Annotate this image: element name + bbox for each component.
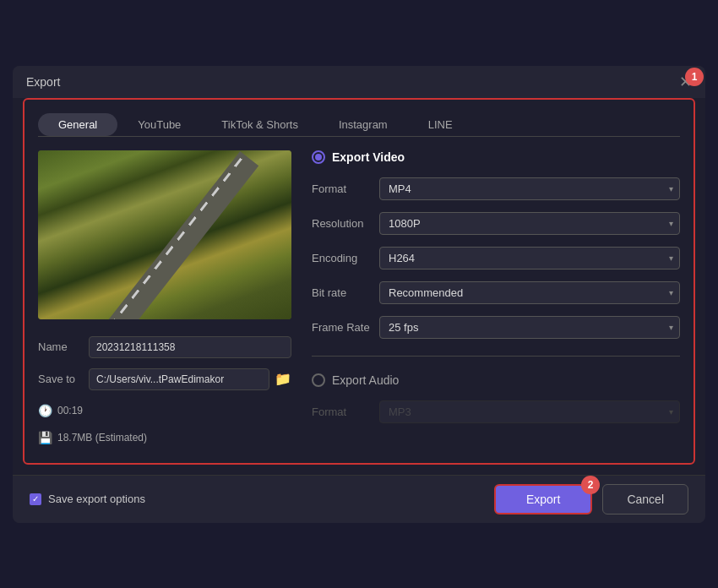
section-divider — [312, 356, 680, 357]
export-audio-title: Export Audio — [312, 373, 680, 387]
bottom-bar: Save export options Export Cancel 2 — [13, 475, 705, 523]
name-row: Name — [38, 336, 291, 358]
resolution-row: Resolution 1080P 720P 480P 360P 4K ▾ — [312, 212, 680, 235]
format-select-wrapper: MP4 MOV AVI MKV GIF ▾ — [379, 177, 680, 200]
export-button[interactable]: Export — [494, 484, 592, 514]
bitrate-select[interactable]: Recommended High Medium Low — [379, 281, 680, 304]
framerate-row: Frame Rate 25 fps 30 fps 60 fps 24 fps ▾ — [312, 316, 680, 339]
save-options-row: Save export options — [30, 493, 145, 505]
export-audio-label: Export Audio — [332, 373, 399, 387]
format-label: Format — [312, 182, 379, 195]
tab-youtube[interactable]: YouTube — [117, 113, 201, 136]
name-label: Name — [38, 340, 89, 353]
tab-general[interactable]: General — [38, 113, 117, 136]
encoding-row: Encoding H264 H265 VP9 ▾ — [312, 247, 680, 270]
video-preview — [38, 150, 291, 319]
bitrate-row: Bit rate Recommended High Medium Low ▾ — [312, 281, 680, 304]
resolution-label: Resolution — [312, 217, 379, 230]
main-body: Name Save to 📁 🕐 00:19 — [38, 150, 680, 449]
audio-format-select-wrapper: MP3 AAC WAV ▾ — [379, 400, 680, 423]
tabs-bar: General YouTube TikTok & Shorts Instagra… — [38, 113, 680, 137]
export-video-title: Export Video — [312, 150, 680, 164]
framerate-select[interactable]: 25 fps 30 fps 60 fps 24 fps — [379, 316, 680, 339]
resolution-select-wrapper: 1080P 720P 480P 360P 4K ▾ — [379, 212, 680, 235]
encoding-select-wrapper: H264 H265 VP9 ▾ — [379, 247, 680, 270]
right-panel: Export Video Format MP4 MOV AVI MKV GIF … — [312, 150, 680, 449]
cancel-button[interactable]: Cancel — [602, 484, 688, 514]
audio-format-row: Format MP3 AAC WAV ▾ — [312, 400, 680, 423]
export-video-radio[interactable] — [312, 150, 325, 164]
framerate-label: Frame Rate — [312, 321, 379, 334]
clock-icon: 🕐 — [38, 404, 52, 417]
save-options-checkbox[interactable] — [30, 493, 41, 505]
resolution-select[interactable]: 1080P 720P 480P 360P 4K — [379, 212, 680, 235]
action-buttons: Export Cancel 2 — [494, 484, 688, 514]
filesize-row: 💾 18.7MB (Estimated) — [38, 431, 291, 444]
save-to-input[interactable] — [89, 368, 269, 390]
tab-instagram[interactable]: Instagram — [318, 113, 408, 136]
dialog-title: Export — [26, 75, 60, 89]
encoding-label: Encoding — [312, 252, 379, 264]
content-area: General YouTube TikTok & Shorts Instagra… — [23, 98, 695, 465]
file-icon: 💾 — [38, 431, 52, 444]
framerate-select-wrapper: 25 fps 30 fps 60 fps 24 fps ▾ — [379, 316, 680, 339]
duration-row: 🕐 00:19 — [38, 404, 291, 417]
audio-format-label: Format — [312, 406, 379, 418]
filesize-value: 18.7MB (Estimated) — [57, 432, 147, 444]
save-to-row: Save to 📁 — [38, 368, 291, 390]
format-select[interactable]: MP4 MOV AVI MKV GIF — [379, 177, 680, 200]
name-input[interactable] — [89, 336, 291, 358]
thumbnail-bg — [38, 150, 291, 319]
tab-line[interactable]: LINE — [408, 113, 473, 136]
export-audio-radio[interactable] — [312, 373, 325, 387]
export-video-label: Export Video — [332, 150, 405, 164]
format-row: Format MP4 MOV AVI MKV GIF ▾ — [312, 177, 680, 200]
bitrate-label: Bit rate — [312, 286, 379, 299]
aerial-thumbnail — [38, 150, 291, 319]
browse-folder-button[interactable]: 📁 — [275, 371, 291, 387]
encoding-select[interactable]: H264 H265 VP9 — [379, 247, 680, 270]
save-options-label: Save export options — [48, 493, 145, 505]
badge-2: 2 — [581, 476, 600, 494]
title-bar: Export ✕ 1 — [13, 66, 705, 98]
badge-1: 1 — [685, 68, 704, 86]
bitrate-select-wrapper: Recommended High Medium Low ▾ — [379, 281, 680, 304]
export-dialog: Export ✕ 1 General YouTube TikTok & Shor… — [13, 66, 705, 523]
tab-tiktok[interactable]: TikTok & Shorts — [201, 113, 318, 136]
left-panel: Name Save to 📁 🕐 00:19 — [38, 150, 291, 449]
duration-value: 00:19 — [57, 405, 83, 416]
audio-format-select: MP3 AAC WAV — [379, 400, 680, 423]
save-to-label: Save to — [38, 373, 89, 385]
